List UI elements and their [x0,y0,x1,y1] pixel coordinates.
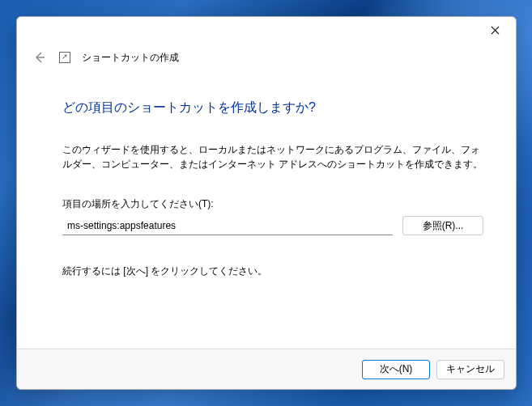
wizard-description: このウィザードを使用すると、ローカルまたはネットワークにあるプログラム、ファイル… [62,142,483,171]
location-input[interactable] [62,216,393,235]
cancel-button[interactable]: キャンセル [436,360,504,379]
title-bar [17,17,516,43]
next-button[interactable]: 次へ(N) [362,360,430,379]
dialog-footer: 次へ(N) キャンセル [17,349,516,389]
shortcut-icon [59,52,70,63]
dialog-body: どの項目のショートカットを作成しますか? このウィザードを使用すると、ローカルま… [17,69,516,349]
dialog-title: ショートカットの作成 [82,51,179,65]
header-row: ショートカットの作成 [17,43,516,69]
browse-button[interactable]: 参照(R)... [402,216,483,235]
input-row: 参照(R)... [62,216,483,235]
close-button[interactable] [477,19,513,41]
arrow-left-icon [33,51,46,64]
main-heading: どの項目のショートカットを作成しますか? [62,99,483,116]
create-shortcut-dialog: ショートカットの作成 どの項目のショートカットを作成しますか? このウィザードを… [16,16,517,390]
close-icon [491,26,500,35]
back-button[interactable] [32,49,48,66]
location-label: 項目の場所を入力してください(T): [62,197,483,211]
continue-instruction: 続行するには [次へ] をクリックしてください。 [62,264,483,278]
